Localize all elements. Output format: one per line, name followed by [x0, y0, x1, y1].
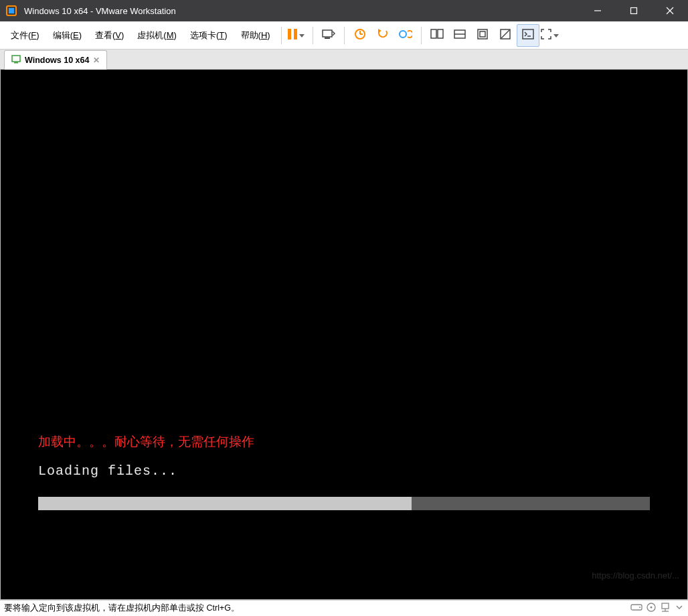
vm-progress-fill: [38, 497, 412, 510]
harddisk-icon[interactable]: [630, 603, 642, 614]
titlebar: Windows 10 x64 - VMware Workstation: [0, 0, 688, 21]
chevron-down-icon: [553, 30, 559, 40]
console-icon: [522, 29, 534, 42]
tab-close-icon[interactable]: ✕: [93, 56, 100, 65]
more-devices-icon[interactable]: [675, 603, 684, 614]
menu-view[interactable]: 查看(V): [88, 25, 131, 46]
toolbar-separator: [281, 27, 282, 44]
close-button[interactable]: [652, 0, 688, 21]
svg-rect-17: [438, 29, 443, 38]
fullscreen-icon: [540, 28, 552, 42]
menu-edit[interactable]: 编辑(E): [46, 25, 88, 46]
svg-rect-24: [523, 29, 533, 39]
single-monitor-button[interactable]: [448, 24, 471, 47]
fullscreen-button[interactable]: [539, 24, 562, 47]
status-device-icons: [630, 603, 684, 614]
minimize-button[interactable]: [580, 0, 616, 21]
menu-help[interactable]: 帮助(H): [234, 25, 277, 46]
snapshot-revert-button[interactable]: [371, 24, 394, 47]
window-title: Windows 10 x64 - VMware Workstation: [24, 6, 176, 16]
svg-marker-26: [553, 34, 559, 37]
svg-point-15: [400, 31, 406, 37]
statusbar-hint: 要将输入定向到该虚拟机，请在虚拟机内部单击或按 Ctrl+G。: [4, 603, 240, 614]
vm-progress-bar: [38, 497, 650, 510]
menu-vm[interactable]: 虚拟机(M): [131, 25, 183, 46]
vm-tab[interactable]: Windows 10 x64 ✕: [4, 50, 107, 70]
install-tools-icon: [322, 28, 335, 42]
menu-file[interactable]: 文件(F): [4, 25, 46, 46]
svg-rect-21: [480, 31, 485, 37]
svg-rect-6: [288, 29, 291, 40]
vm-console-area[interactable]: 加载中。。。耐心等待，无需任何操作 Loading files... https…: [0, 70, 688, 600]
svg-point-32: [651, 607, 653, 609]
svg-rect-3: [631, 8, 637, 14]
toolbar-separator: [421, 27, 422, 44]
snapshot-take-button[interactable]: [349, 24, 371, 47]
snapshot-manager-button[interactable]: [394, 24, 417, 47]
svg-rect-16: [431, 29, 436, 38]
svg-marker-8: [299, 34, 305, 37]
svg-rect-9: [323, 30, 332, 37]
chevron-down-icon: [299, 30, 305, 40]
snapshot-take-icon: [354, 28, 366, 42]
tabstrip: Windows 10 x64 ✕: [0, 50, 688, 70]
disable-input-icon: [499, 28, 511, 42]
svg-rect-28: [14, 62, 18, 64]
snapshot-revert-icon: [377, 28, 389, 42]
svg-rect-27: [12, 56, 20, 62]
svg-line-23: [501, 30, 509, 38]
svg-rect-33: [662, 603, 669, 609]
vm-annotation-text: 加载中。。。耐心等待，无需任何操作: [38, 433, 254, 451]
cd-icon[interactable]: [647, 603, 656, 614]
svg-rect-1: [9, 8, 14, 13]
send-ctrl-alt-del-button[interactable]: [317, 24, 340, 47]
console-view-button[interactable]: [517, 24, 539, 47]
multimon-single-icon: [453, 29, 466, 42]
network-icon[interactable]: [660, 603, 671, 614]
stretch-guest-button[interactable]: [494, 24, 517, 47]
snapshot-manager-icon: [399, 28, 412, 42]
svg-rect-7: [294, 29, 297, 40]
svg-point-30: [639, 607, 640, 608]
svg-marker-14: [378, 29, 381, 33]
unity-mode-button[interactable]: [471, 24, 494, 47]
unity-icon: [477, 28, 489, 42]
watermark-text: https://blog.csdn.net/...: [592, 570, 679, 581]
maximize-button[interactable]: [616, 0, 652, 21]
multimon-left-icon: [430, 29, 444, 42]
svg-rect-10: [325, 37, 330, 39]
svg-rect-20: [478, 29, 487, 39]
vm-tab-label: Windows 10 x64: [25, 56, 89, 65]
menubar: 文件(F) 编辑(E) 查看(V) 虚拟机(M) 选项卡(T) 帮助(H): [0, 21, 688, 50]
menu-tabs[interactable]: 选项卡(T): [183, 25, 234, 46]
pause-vm-button[interactable]: [286, 24, 309, 47]
cycle-monitors-button[interactable]: [426, 24, 448, 47]
window-controls: [580, 0, 688, 21]
vmware-app-icon: [5, 5, 17, 17]
toolbar-separator: [313, 27, 313, 44]
toolbar-separator: [344, 27, 345, 44]
statusbar: 要将输入定向到该虚拟机，请在虚拟机内部单击或按 Ctrl+G。: [0, 600, 688, 616]
pause-icon: [287, 28, 298, 42]
vm-loading-text: Loading files...: [38, 463, 177, 479]
vm-tab-icon: [11, 54, 21, 66]
